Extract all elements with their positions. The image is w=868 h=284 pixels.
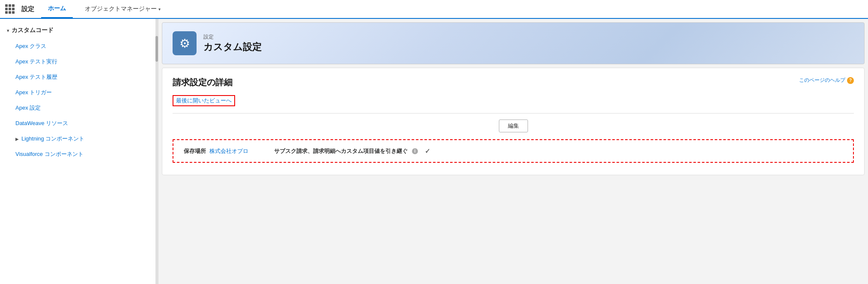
chevron-down-icon: ▾ [7, 28, 9, 33]
edit-btn-row: 編集 [173, 120, 854, 132]
sidebar-item-apex-test-run[interactable]: Apex テスト実行 [0, 54, 158, 69]
sidebar-item-visualforce-component[interactable]: Visualforce コンポーネント [0, 146, 158, 162]
nav-brand: 設定 [21, 5, 34, 13]
chevron-down-icon: ▾ [158, 7, 161, 12]
sidebar-item-lightning-component[interactable]: ▶ Lightning コンポーネント [0, 131, 158, 146]
edit-button[interactable]: 編集 [499, 120, 528, 132]
sidebar-item-apex-trigger[interactable]: Apex トリガー [0, 85, 158, 100]
nav-tab-object-manager[interactable]: オブジェクトマネージャー ▾ [80, 5, 166, 13]
main-layout: ▾ カスタムコード Apex クラス Apex テスト実行 Apex テスト履歴… [0, 19, 868, 284]
record-description-label: サブスク請求、請求明細へカスタム項目値を引き継ぐ [274, 147, 408, 155]
record-location-value: 株式会社オプロ [209, 147, 248, 155]
detail-section: 請求設定の詳細 このページのヘルプ ? 最後に開いたビューへ 編集 保存場所 株… [162, 68, 865, 175]
sidebar-item-apex-class[interactable]: Apex クラス [0, 39, 158, 54]
header-card: ⚙ 設定 カスタム設定 [162, 22, 865, 64]
help-icon: ? [847, 77, 854, 84]
nav-tab-home[interactable]: ホーム [41, 0, 73, 18]
record-location-field: 保存場所 株式会社オプロ [184, 147, 248, 155]
last-view-link[interactable]: 最後に開いたビューへ [173, 95, 235, 106]
help-link[interactable]: このページのヘルプ ? [799, 77, 854, 84]
header-title: カスタム設定 [203, 41, 262, 54]
content-area: ⚙ 設定 カスタム設定 請求設定の詳細 このページのヘルプ ? 最後に開いたビュ… [158, 19, 868, 284]
scrollbar[interactable] [155, 19, 158, 284]
record-checkmark: ✓ [425, 147, 430, 155]
record-location-label: 保存場所 [184, 147, 206, 155]
sidebar: ▾ カスタムコード Apex クラス Apex テスト実行 Apex テスト履歴… [0, 19, 158, 284]
sidebar-item-apex-settings[interactable]: Apex 設定 [0, 100, 158, 116]
dashed-record: 保存場所 株式会社オプロ サブスク請求、請求明細へカスタム項目値を引き継ぐ i … [173, 139, 854, 163]
header-subtitle: 設定 [203, 33, 262, 41]
apps-grid-icon[interactable] [5, 4, 15, 14]
detail-section-title: 請求設定の詳細 [173, 77, 233, 88]
sidebar-item-dataweave[interactable]: DataWeave リソース [0, 116, 158, 131]
top-nav: 設定 ホーム オブジェクトマネージャー ▾ [0, 0, 868, 19]
sidebar-section-custom-code[interactable]: ▾ カスタムコード [0, 22, 158, 39]
record-description-field: サブスク請求、請求明細へカスタム項目値を引き継ぐ i ✓ [274, 147, 843, 155]
info-icon: i [412, 148, 418, 154]
section-top-row: 請求設定の詳細 このページのヘルプ ? [173, 77, 854, 90]
header-text-group: 設定 カスタム設定 [203, 33, 262, 54]
header-icon: ⚙ [173, 31, 197, 55]
scrollbar-thumb[interactable] [155, 36, 158, 62]
section-divider [173, 113, 854, 114]
sidebar-item-apex-test-history[interactable]: Apex テスト履歴 [0, 69, 158, 85]
chevron-right-icon: ▶ [15, 137, 19, 141]
